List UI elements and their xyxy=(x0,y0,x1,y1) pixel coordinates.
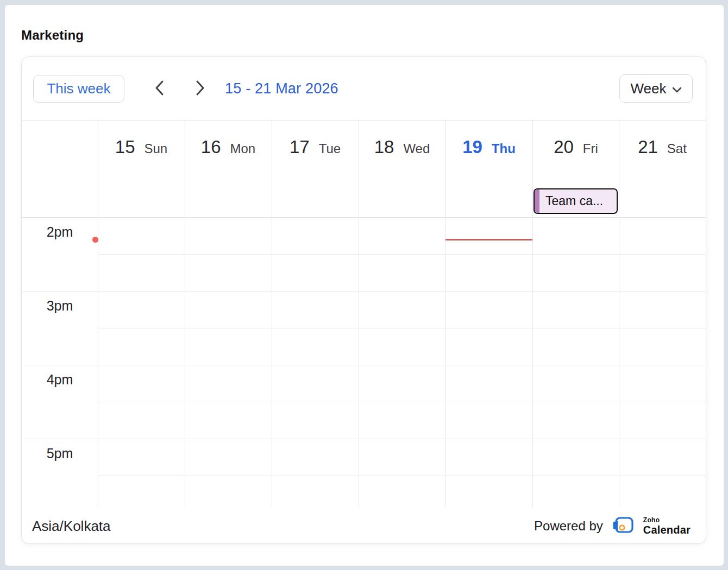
calendar-logo-text: Calendar xyxy=(643,524,691,535)
powered-by-label: Powered by xyxy=(534,518,603,534)
view-selector-dropdown[interactable]: Week xyxy=(619,74,693,103)
day-name: Wed xyxy=(403,141,430,156)
zoho-calendar-icon xyxy=(612,515,635,537)
half-hour-line xyxy=(98,476,706,476)
day-name: Sun xyxy=(145,141,168,156)
date-range-label: 15 - 21 Mar 2026 xyxy=(225,75,338,103)
chevron-right-icon xyxy=(193,80,206,98)
column-divider xyxy=(185,121,185,508)
calendar-footer: Asia/Kolkata Powered by Zoho Calendar xyxy=(22,508,706,544)
next-week-button[interactable] xyxy=(190,79,210,98)
day-number: 16 xyxy=(201,137,221,157)
day-number: 18 xyxy=(374,137,394,157)
column-divider xyxy=(359,121,359,508)
day-name: Sat xyxy=(667,141,687,156)
event-title: Team ca... xyxy=(545,194,603,208)
zoho-logo-text: Zoho xyxy=(643,517,691,523)
day-number: 15 xyxy=(115,137,135,157)
hour-line xyxy=(22,439,706,439)
half-hour-line xyxy=(98,402,706,402)
day-header-tue: 17 Tue xyxy=(272,137,359,157)
time-label-2pm: 2pm xyxy=(22,224,98,240)
day-name: Mon xyxy=(230,141,256,156)
timezone-label: Asia/Kolkata xyxy=(32,517,111,534)
calendar-toolbar: This week 15 - 21 Mar 2026 Week xyxy=(22,57,706,121)
chevron-down-icon xyxy=(672,80,682,97)
column-divider xyxy=(445,121,446,508)
column-divider xyxy=(98,121,98,508)
column-divider xyxy=(619,121,619,508)
day-name: Thu xyxy=(492,141,516,156)
prev-week-button[interactable] xyxy=(150,79,170,98)
day-number: 21 xyxy=(638,137,658,157)
all-day-event-team-ca[interactable]: Team ca... xyxy=(534,188,618,214)
half-hour-line xyxy=(98,328,706,328)
view-selector-label: Week xyxy=(631,80,667,97)
calendar-card: This week 15 - 21 Mar 2026 Week xyxy=(21,56,706,544)
day-number: 19 xyxy=(462,137,482,157)
day-header-wed: 18 Wed xyxy=(359,137,445,157)
powered-by-branding[interactable]: Powered by Zoho Calendar xyxy=(534,515,691,537)
day-header-thu-today: 19 Thu xyxy=(445,137,532,157)
time-label-5pm: 5pm xyxy=(22,446,98,461)
time-label-4pm: 4pm xyxy=(22,372,98,388)
widget-panel: Marketing This week 15 - 21 Mar 2026 Wee… xyxy=(5,5,724,566)
chevron-left-icon xyxy=(153,80,166,98)
week-grid-scroll-area[interactable]: 15 Sun 16 Mon 17 Tue 18 Wed 19 Thu 20 Fr… xyxy=(22,121,706,508)
day-name: Tue xyxy=(319,141,341,156)
day-header-sun: 15 Sun xyxy=(98,137,185,157)
day-number: 17 xyxy=(290,137,310,157)
time-label-3pm: 3pm xyxy=(22,298,98,314)
current-time-dot xyxy=(92,237,98,243)
hour-line xyxy=(22,291,706,292)
event-color-bar xyxy=(535,189,539,213)
half-hour-line xyxy=(98,254,706,255)
day-number: 20 xyxy=(554,137,574,157)
page-title: Marketing xyxy=(21,28,84,43)
header-grid-divider xyxy=(22,217,706,218)
hour-line xyxy=(22,365,706,365)
this-week-button[interactable]: This week xyxy=(33,75,124,103)
day-header-sat: 21 Sat xyxy=(619,137,706,157)
column-divider xyxy=(532,121,533,508)
day-header-fri: 20 Fri xyxy=(532,137,619,157)
day-header-mon: 16 Mon xyxy=(185,137,272,157)
day-name: Fri xyxy=(583,141,598,156)
column-divider xyxy=(272,121,272,508)
current-time-line xyxy=(445,239,532,240)
zoho-calendar-wordmark: Zoho Calendar xyxy=(643,517,691,535)
